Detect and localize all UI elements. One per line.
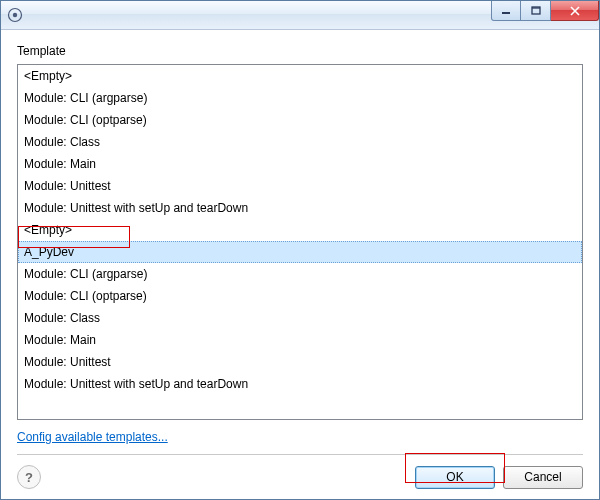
template-item[interactable]: Module: Class <box>18 131 582 153</box>
template-item[interactable]: Module: Class <box>18 307 582 329</box>
minimize-button[interactable] <box>491 1 521 21</box>
template-item[interactable]: Module: Main <box>18 329 582 351</box>
svg-point-1 <box>13 13 17 17</box>
cancel-button[interactable]: Cancel <box>503 466 583 489</box>
client-area: Template <Empty>Module: CLI (argparse)Mo… <box>1 30 599 499</box>
window-controls <box>491 1 599 21</box>
template-item[interactable]: Module: CLI (argparse) <box>18 87 582 109</box>
app-icon <box>7 7 23 23</box>
template-label: Template <box>17 44 583 58</box>
template-item[interactable]: Module: CLI (optparse) <box>18 109 582 131</box>
template-item[interactable]: Module: CLI (argparse) <box>18 263 582 285</box>
template-item[interactable]: Module: CLI (optparse) <box>18 285 582 307</box>
help-button[interactable]: ? <box>17 465 41 489</box>
close-button[interactable] <box>551 1 599 21</box>
template-item[interactable]: Module: Main <box>18 153 582 175</box>
ok-button-label: OK <box>446 470 463 484</box>
maximize-button[interactable] <box>521 1 551 21</box>
titlebar <box>1 1 599 30</box>
cancel-button-label: Cancel <box>524 470 561 484</box>
template-item[interactable]: <Empty> <box>18 219 582 241</box>
button-row: ? OK Cancel <box>17 455 583 489</box>
template-item[interactable]: A_PyDev <box>18 241 582 263</box>
template-item[interactable]: <Empty> <box>18 65 582 87</box>
config-templates-link[interactable]: Config available templates... <box>17 430 168 444</box>
template-item[interactable]: Module: Unittest <box>18 351 582 373</box>
link-row: Config available templates... <box>17 430 583 444</box>
template-listbox[interactable]: <Empty>Module: CLI (argparse)Module: CLI… <box>17 64 583 420</box>
template-item[interactable]: Module: Unittest with setUp and tearDown <box>18 373 582 395</box>
template-item[interactable]: Module: Unittest <box>18 175 582 197</box>
help-icon: ? <box>25 470 33 485</box>
template-item[interactable]: Module: Unittest with setUp and tearDown <box>18 197 582 219</box>
ok-button[interactable]: OK <box>415 466 495 489</box>
dialog-window: Template <Empty>Module: CLI (argparse)Mo… <box>0 0 600 500</box>
